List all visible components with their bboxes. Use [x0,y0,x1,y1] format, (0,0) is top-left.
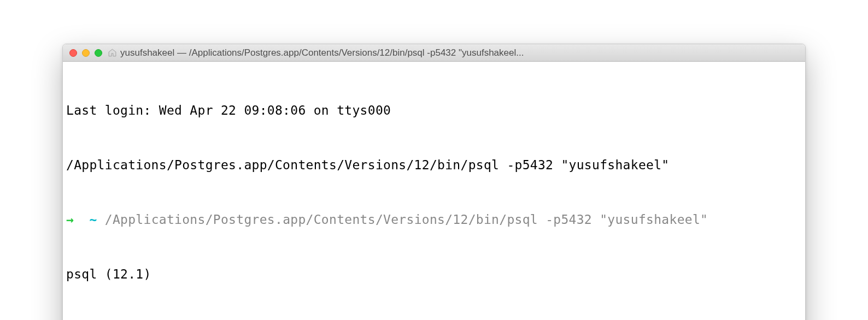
minimize-button[interactable] [82,49,90,57]
title-bar: yusufshakeel — /Applications/Postgres.ap… [63,44,805,62]
prompt-tilde: ~ [81,212,104,227]
home-folder-icon [108,48,117,57]
terminal-line-prompt: → ~ /Applications/Postgres.app/Contents/… [66,211,802,229]
terminal-line-path: /Applications/Postgres.app/Contents/Vers… [66,156,802,174]
window-title: yusufshakeel — /Applications/Postgres.ap… [120,48,799,58]
prompt-command: /Applications/Postgres.app/Contents/Vers… [105,212,708,227]
terminal-window: yusufshakeel — /Applications/Postgres.ap… [62,44,806,320]
traffic-lights [69,49,102,57]
terminal-line-psql-version: psql (12.1) [66,265,802,283]
maximize-button[interactable] [95,49,102,57]
prompt-arrow-icon: → [66,212,81,227]
terminal-line-last-login: Last login: Wed Apr 22 09:08:06 on ttys0… [66,102,802,120]
terminal-body[interactable]: Last login: Wed Apr 22 09:08:06 on ttys0… [63,62,805,320]
close-button[interactable] [69,49,77,57]
